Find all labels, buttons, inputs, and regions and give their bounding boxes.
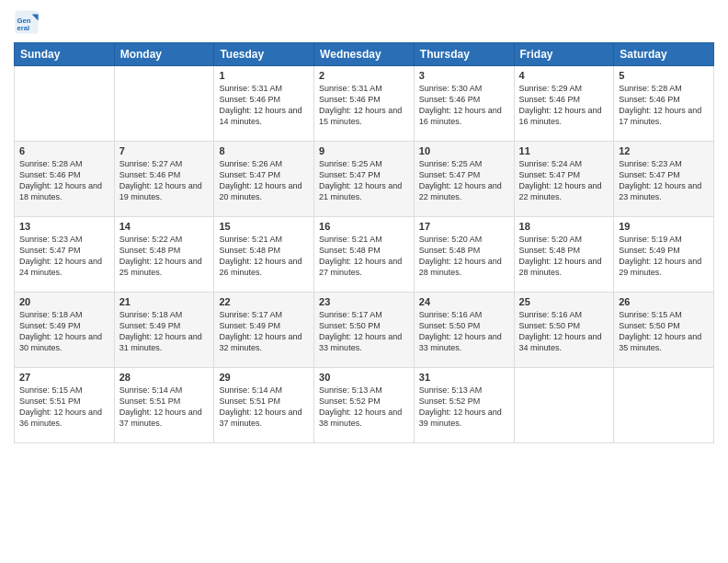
day-header-wednesday: Wednesday <box>314 43 415 66</box>
cell-content: Sunrise: 5:22 AMSunset: 5:48 PMDaylight:… <box>119 234 210 279</box>
cell-content: Sunrise: 5:16 AMSunset: 5:50 PMDaylight:… <box>519 309 609 354</box>
calendar-cell: 14Sunrise: 5:22 AMSunset: 5:48 PMDayligh… <box>114 217 214 293</box>
day-number: 14 <box>119 221 210 232</box>
cell-content: Sunrise: 5:25 AMSunset: 5:47 PMDaylight:… <box>319 158 409 203</box>
logo-icon: Gen eral <box>14 9 40 35</box>
day-number: 6 <box>19 145 109 156</box>
day-number: 19 <box>619 221 709 232</box>
cell-content: Sunrise: 5:17 AMSunset: 5:49 PMDaylight:… <box>219 309 309 354</box>
calendar-cell: 20Sunrise: 5:18 AMSunset: 5:49 PMDayligh… <box>15 293 115 368</box>
cell-content: Sunrise: 5:27 AMSunset: 5:46 PMDaylight:… <box>119 158 210 203</box>
week-row-5: 27Sunrise: 5:15 AMSunset: 5:51 PMDayligh… <box>15 368 714 443</box>
calendar-cell: 1Sunrise: 5:31 AMSunset: 5:46 PMDaylight… <box>214 66 314 142</box>
calendar-cell: 24Sunrise: 5:16 AMSunset: 5:50 PMDayligh… <box>414 293 514 368</box>
cell-content: Sunrise: 5:18 AMSunset: 5:49 PMDaylight:… <box>119 309 210 354</box>
cell-content: Sunrise: 5:20 AMSunset: 5:48 PMDaylight:… <box>419 234 509 279</box>
calendar-body: 1Sunrise: 5:31 AMSunset: 5:46 PMDaylight… <box>15 66 714 443</box>
cell-content: Sunrise: 5:15 AMSunset: 5:51 PMDaylight:… <box>19 385 109 430</box>
calendar-header: SundayMondayTuesdayWednesdayThursdayFrid… <box>15 43 714 66</box>
cell-content: Sunrise: 5:31 AMSunset: 5:46 PMDaylight:… <box>319 83 409 128</box>
cell-content: Sunrise: 5:23 AMSunset: 5:47 PMDaylight:… <box>19 234 109 279</box>
cell-content: Sunrise: 5:28 AMSunset: 5:46 PMDaylight:… <box>619 83 709 128</box>
day-number: 30 <box>319 372 409 383</box>
day-number: 18 <box>519 221 609 232</box>
day-number: 24 <box>419 296 509 307</box>
day-number: 11 <box>519 145 609 156</box>
calendar-cell: 21Sunrise: 5:18 AMSunset: 5:49 PMDayligh… <box>114 293 214 368</box>
calendar-cell: 2Sunrise: 5:31 AMSunset: 5:46 PMDaylight… <box>314 66 415 142</box>
cell-content: Sunrise: 5:21 AMSunset: 5:48 PMDaylight:… <box>219 234 309 279</box>
cell-content: Sunrise: 5:15 AMSunset: 5:50 PMDaylight:… <box>619 309 709 354</box>
day-number: 10 <box>419 145 509 156</box>
calendar-cell: 29Sunrise: 5:14 AMSunset: 5:51 PMDayligh… <box>214 368 314 443</box>
calendar-cell <box>614 368 714 443</box>
day-number: 8 <box>219 145 309 156</box>
svg-text:eral: eral <box>17 24 30 32</box>
cell-content: Sunrise: 5:21 AMSunset: 5:48 PMDaylight:… <box>319 234 409 279</box>
day-number: 23 <box>319 296 409 307</box>
calendar-cell <box>15 66 115 142</box>
calendar-cell: 6Sunrise: 5:28 AMSunset: 5:46 PMDaylight… <box>15 142 115 217</box>
day-header-thursday: Thursday <box>414 43 514 66</box>
cell-content: Sunrise: 5:18 AMSunset: 5:49 PMDaylight:… <box>19 309 109 354</box>
cell-content: Sunrise: 5:30 AMSunset: 5:46 PMDaylight:… <box>419 83 509 128</box>
cell-content: Sunrise: 5:19 AMSunset: 5:49 PMDaylight:… <box>619 234 709 279</box>
day-number: 26 <box>619 296 709 307</box>
calendar-cell: 27Sunrise: 5:15 AMSunset: 5:51 PMDayligh… <box>15 368 115 443</box>
logo: Gen eral <box>14 9 43 35</box>
cell-content: Sunrise: 5:23 AMSunset: 5:47 PMDaylight:… <box>619 158 709 203</box>
calendar-cell: 5Sunrise: 5:28 AMSunset: 5:46 PMDaylight… <box>614 66 714 142</box>
week-row-4: 20Sunrise: 5:18 AMSunset: 5:49 PMDayligh… <box>15 293 714 368</box>
week-row-2: 6Sunrise: 5:28 AMSunset: 5:46 PMDaylight… <box>15 142 714 217</box>
day-number: 9 <box>319 145 409 156</box>
header: Gen eral <box>14 9 714 35</box>
day-number: 21 <box>119 296 210 307</box>
calendar-cell: 31Sunrise: 5:13 AMSunset: 5:52 PMDayligh… <box>414 368 514 443</box>
day-number: 3 <box>419 70 509 81</box>
day-number: 15 <box>219 221 309 232</box>
week-row-3: 13Sunrise: 5:23 AMSunset: 5:47 PMDayligh… <box>15 217 714 293</box>
day-number: 25 <box>519 296 609 307</box>
calendar-cell: 22Sunrise: 5:17 AMSunset: 5:49 PMDayligh… <box>214 293 314 368</box>
cell-content: Sunrise: 5:13 AMSunset: 5:52 PMDaylight:… <box>419 385 509 430</box>
page: Gen eral SundayMondayTuesdayWednesdayThu… <box>0 0 728 563</box>
cell-content: Sunrise: 5:29 AMSunset: 5:46 PMDaylight:… <box>519 83 609 128</box>
calendar-cell: 9Sunrise: 5:25 AMSunset: 5:47 PMDaylight… <box>314 142 415 217</box>
calendar-cell: 12Sunrise: 5:23 AMSunset: 5:47 PMDayligh… <box>614 142 714 217</box>
day-number: 16 <box>319 221 409 232</box>
cell-content: Sunrise: 5:20 AMSunset: 5:48 PMDaylight:… <box>519 234 609 279</box>
calendar-cell: 19Sunrise: 5:19 AMSunset: 5:49 PMDayligh… <box>614 217 714 293</box>
cell-content: Sunrise: 5:28 AMSunset: 5:46 PMDaylight:… <box>19 158 109 203</box>
day-header-tuesday: Tuesday <box>214 43 314 66</box>
calendar-cell: 4Sunrise: 5:29 AMSunset: 5:46 PMDaylight… <box>514 66 614 142</box>
calendar-cell: 11Sunrise: 5:24 AMSunset: 5:47 PMDayligh… <box>514 142 614 217</box>
calendar-cell: 18Sunrise: 5:20 AMSunset: 5:48 PMDayligh… <box>514 217 614 293</box>
calendar-table: SundayMondayTuesdayWednesdayThursdayFrid… <box>14 42 714 443</box>
calendar-cell: 23Sunrise: 5:17 AMSunset: 5:50 PMDayligh… <box>314 293 415 368</box>
day-number: 12 <box>619 145 709 156</box>
calendar-cell: 13Sunrise: 5:23 AMSunset: 5:47 PMDayligh… <box>15 217 115 293</box>
day-number: 29 <box>219 372 309 383</box>
day-number: 20 <box>19 296 109 307</box>
calendar-cell: 28Sunrise: 5:14 AMSunset: 5:51 PMDayligh… <box>114 368 214 443</box>
cell-content: Sunrise: 5:24 AMSunset: 5:47 PMDaylight:… <box>519 158 609 203</box>
day-number: 31 <box>419 372 509 383</box>
cell-content: Sunrise: 5:25 AMSunset: 5:47 PMDaylight:… <box>419 158 509 203</box>
calendar-cell: 15Sunrise: 5:21 AMSunset: 5:48 PMDayligh… <box>214 217 314 293</box>
day-header-saturday: Saturday <box>614 43 714 66</box>
day-number: 2 <box>319 70 409 81</box>
day-number: 5 <box>619 70 709 81</box>
cell-content: Sunrise: 5:31 AMSunset: 5:46 PMDaylight:… <box>219 83 309 128</box>
calendar-cell: 16Sunrise: 5:21 AMSunset: 5:48 PMDayligh… <box>314 217 415 293</box>
day-number: 4 <box>519 70 609 81</box>
day-number: 27 <box>19 372 109 383</box>
day-number: 7 <box>119 145 210 156</box>
cell-content: Sunrise: 5:14 AMSunset: 5:51 PMDaylight:… <box>219 385 309 430</box>
day-number: 17 <box>419 221 509 232</box>
day-number: 13 <box>19 221 109 232</box>
day-header-friday: Friday <box>514 43 614 66</box>
calendar-cell: 25Sunrise: 5:16 AMSunset: 5:50 PMDayligh… <box>514 293 614 368</box>
calendar-cell: 30Sunrise: 5:13 AMSunset: 5:52 PMDayligh… <box>314 368 415 443</box>
cell-content: Sunrise: 5:14 AMSunset: 5:51 PMDaylight:… <box>119 385 210 430</box>
calendar-cell: 8Sunrise: 5:26 AMSunset: 5:47 PMDaylight… <box>214 142 314 217</box>
